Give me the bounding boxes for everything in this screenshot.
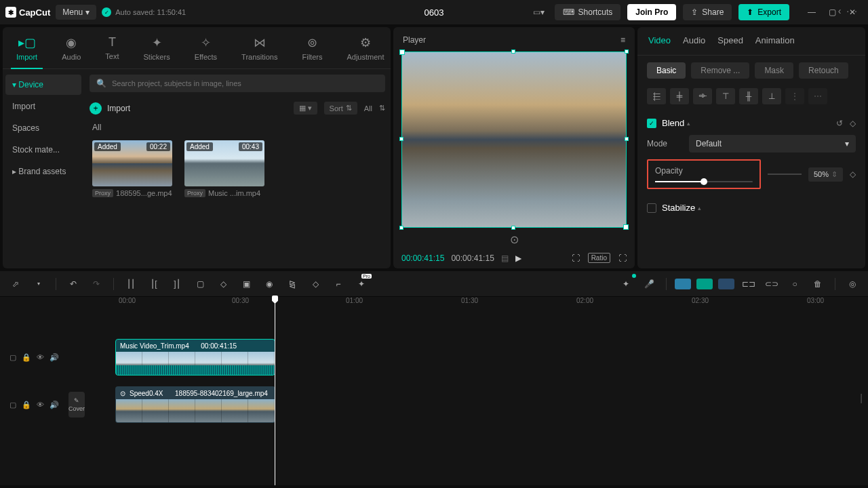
clip-filename: Music ...im.mp4 (208, 189, 260, 197)
timeline-clip-overlay[interactable]: Music Video_Trim.mp4 00:00:41:15 (115, 339, 275, 375)
prop-tab-speed[interactable]: Speed (717, 35, 743, 49)
zoom-fit-icon[interactable]: ◎ (844, 275, 861, 293)
timeline-clip-main[interactable]: ⊙Speed0.4X 188595-883402169_large.mp4 (115, 386, 275, 423)
sidebar-item-stock[interactable]: Stock mate... (5, 140, 81, 160)
magnet-icon[interactable]: ⊏⊐ (740, 275, 757, 293)
speaker-icon[interactable]: 🔊 (50, 401, 59, 409)
share-button[interactable]: ⇪Share (683, 4, 732, 20)
lock-icon[interactable]: 🔒 (22, 401, 31, 409)
align-hcenter-icon[interactable]: ╪ (670, 88, 689, 104)
logo-icon: ✱ (5, 7, 16, 18)
import-plus-icon[interactable]: + (90, 102, 102, 115)
timeline-ruler[interactable]: 00:00 00:30 01:00 01:30 02:00 02:30 03:0… (0, 297, 868, 310)
rotate-icon[interactable]: ◇ (307, 275, 324, 293)
view-toggle[interactable]: ▦ ▾ (294, 102, 317, 115)
menu-button[interactable]: Menu▾ (56, 5, 96, 20)
shortcuts-button[interactable]: ⌨Shortcuts (555, 4, 621, 20)
tab-text[interactable]: TText (100, 33, 124, 68)
filter-all-button[interactable]: All (364, 104, 372, 113)
mirror-icon[interactable]: ⧎ (283, 275, 301, 293)
export-button[interactable]: ⬆Export (738, 4, 789, 20)
subtab-retouch[interactable]: Retouch (799, 62, 848, 79)
subtab-mask[interactable]: Mask (755, 62, 793, 79)
menu-icon[interactable]: ≡ (620, 35, 625, 45)
preview-icon[interactable]: ○ (786, 275, 804, 293)
speed-icon[interactable]: ◉ (260, 275, 278, 293)
track-toggle-1[interactable] (675, 279, 691, 289)
play-button[interactable]: ▶ (515, 253, 521, 263)
tab-audio[interactable]: ◉Audio (56, 33, 86, 68)
track-box-icon[interactable]: ▢ (9, 401, 16, 409)
speaker-icon[interactable]: 🔊 (50, 353, 59, 362)
prop-tab-video[interactable]: Video (648, 35, 671, 49)
tab-transitions[interactable]: ⋈Transitions (236, 33, 283, 68)
ai-button[interactable]: ✦ (617, 275, 635, 293)
split-icon[interactable]: ⎮⎮ (122, 275, 140, 293)
prop-tab-animation[interactable]: Animation (755, 35, 795, 49)
split-left-icon[interactable]: ⎮[ (145, 275, 163, 293)
reset-icon[interactable]: ↺ (836, 119, 843, 128)
keyframe-icon[interactable]: ◇ (850, 119, 856, 128)
eye-icon[interactable]: 👁 (37, 401, 44, 409)
tab-filters[interactable]: ⊚Filters (296, 33, 328, 68)
subtab-basic[interactable]: Basic (647, 62, 686, 79)
track-box-icon[interactable]: ▢ (9, 353, 16, 362)
preview-canvas[interactable] (401, 52, 627, 228)
transform-icon[interactable]: ⊙ (399, 228, 629, 249)
align-left-icon[interactable]: ⬱ (647, 88, 666, 104)
opacity-keyframe-icon[interactable]: ◇ (850, 169, 856, 179)
tab-stickers[interactable]: ✦Stickers (138, 33, 176, 68)
minimize-button[interactable]: — (802, 4, 822, 20)
sidebar-item-device[interactable]: ▾ Device (5, 75, 81, 95)
list-icon[interactable]: ▤ (501, 253, 509, 263)
join-pro-button[interactable]: Join Pro (627, 4, 676, 20)
filter-icon[interactable]: ⇅ (379, 104, 385, 113)
text-icon: T (108, 35, 116, 49)
keyboard-icon: ⌨ (563, 7, 574, 17)
pro-tool-icon[interactable]: ✦Pro (353, 275, 370, 293)
media-clip[interactable]: Added 00:22 Proxy 188595...ge.mp4 (92, 140, 172, 197)
prop-tab-audio[interactable]: Audio (683, 35, 705, 49)
sidebar-item-import[interactable]: Import (5, 96, 81, 117)
crop-icon[interactable]: ▢ (191, 275, 209, 293)
mic-icon[interactable]: 🎤 (640, 275, 658, 293)
mode-select[interactable]: Default▾ (689, 135, 856, 152)
marker-icon[interactable]: ◇ (214, 275, 232, 293)
media-clip[interactable]: Added 00:43 Proxy Music ...im.mp4 (184, 140, 264, 197)
track-toggle-3[interactable] (718, 279, 734, 289)
crop2-icon[interactable]: ⌐ (330, 275, 347, 293)
tab-adjustment[interactable]: ⚙Adjustment (341, 33, 389, 68)
align-top-icon[interactable]: ⊤ (716, 88, 735, 104)
eye-icon[interactable]: 👁 (37, 353, 44, 361)
undo-button[interactable]: ↶ (64, 275, 82, 293)
redo-button[interactable]: ↷ (87, 275, 105, 293)
sort-button[interactable]: Sort ⇅ (324, 102, 357, 115)
subtab-remove[interactable]: Remove ... (691, 62, 749, 79)
search-input[interactable]: 🔍 (90, 75, 385, 92)
sidebar-item-spaces[interactable]: Spaces (5, 118, 81, 138)
ratio-button[interactable]: Ratio (588, 253, 610, 263)
compound-icon[interactable]: ▣ (237, 275, 255, 293)
split-right-icon[interactable]: ]⎮ (168, 275, 186, 293)
blend-checkbox[interactable]: ✓ (647, 119, 656, 128)
align-right-icon[interactable]: ⬲ (693, 88, 712, 104)
sidebar-item-brand[interactable]: ▸ Brand assets (5, 161, 81, 182)
opacity-slider[interactable] (655, 181, 753, 182)
lock-icon[interactable]: 🔒 (22, 353, 31, 362)
align-bottom-icon[interactable]: ⊥ (762, 88, 781, 104)
layout-toggle-icon[interactable]: ▭▾ (530, 3, 548, 21)
track-toggle-2[interactable] (696, 279, 713, 289)
align-vcenter-icon[interactable]: ╫ (739, 88, 758, 104)
fullscreen-icon[interactable]: ⛶ (618, 253, 627, 263)
opacity-value-input[interactable]: 50%⇕ (808, 167, 843, 182)
stabilize-checkbox[interactable] (647, 203, 656, 213)
more-icon[interactable]: ‹ ··· (838, 5, 859, 16)
delete-icon[interactable]: 🗑 (809, 275, 827, 293)
cursor-tool-icon[interactable]: ⬀ (7, 275, 24, 293)
cursor-dropdown-icon[interactable]: ▾ (30, 275, 47, 293)
tab-effects[interactable]: ✧Effects (189, 33, 222, 68)
scale-icon[interactable]: ⛶ (572, 253, 580, 263)
link-icon[interactable]: ⊂⊃ (763, 275, 781, 293)
playhead[interactable] (275, 297, 275, 485)
tab-import[interactable]: ▸▢Import (11, 33, 43, 69)
